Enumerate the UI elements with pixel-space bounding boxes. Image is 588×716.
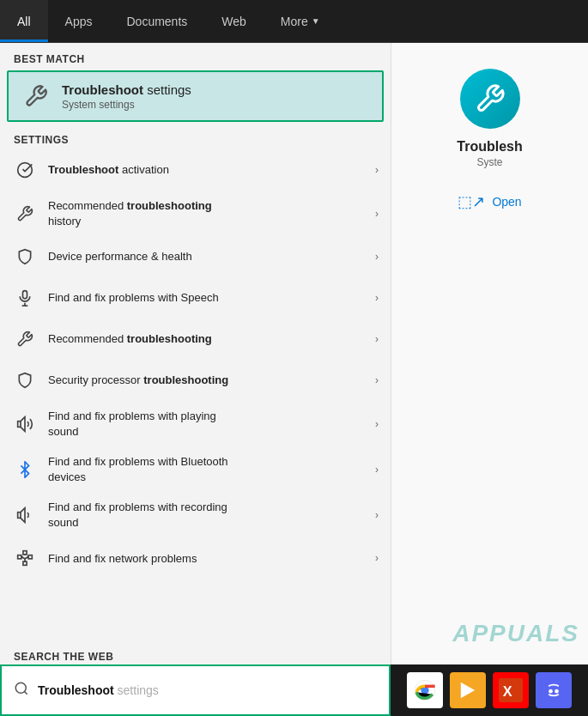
chrome-icon[interactable] (407, 672, 443, 708)
chevron-right-icon: › (375, 509, 379, 521)
list-item[interactable]: Find and fix problems with recordingsoun… (0, 492, 391, 537)
shield-icon (12, 367, 38, 393)
list-item-text: Find and fix problems with Bluetoothdevi… (48, 454, 368, 484)
list-item-text: Troubleshoot activation (48, 162, 368, 178)
list-item-bold: troubleshoot (127, 199, 195, 212)
app-icon (460, 69, 520, 129)
search-placeholder: settings (114, 683, 159, 697)
svg-line-17 (24, 691, 27, 694)
wrench-icon (12, 201, 38, 227)
right-panel-title: Troublesh (457, 139, 522, 155)
tab-all-label: All (17, 15, 31, 28)
wrench-icon (21, 81, 52, 112)
svg-text:X: X (503, 683, 512, 699)
winamp-icon[interactable] (450, 672, 486, 708)
tab-more[interactable]: More ▼ (264, 0, 337, 42)
list-item[interactable]: Find and fix problems with Speech › (0, 277, 391, 319)
list-item-text: Find and fix problems with playingsound (48, 409, 368, 439)
activation-icon (12, 157, 38, 183)
list-item[interactable]: Recommended troubleshootinghistory › (0, 191, 391, 236)
list-item-text: Find and fix problems with Speech (48, 290, 368, 306)
list-item-bold: troubleshoot (143, 373, 211, 386)
best-match-item[interactable]: Troubleshoot settings System settings (7, 70, 384, 122)
right-subtitle-text: Syste (476, 156, 502, 168)
chevron-right-icon: › (375, 464, 379, 476)
list-item-text: Find and fix problems with recordingsoun… (48, 500, 368, 530)
wrench-icon (12, 326, 38, 352)
list-item[interactable]: Device performance & health › (0, 236, 391, 277)
svg-rect-8 (23, 551, 27, 555)
best-match-text: Troubleshoot settings System settings (62, 82, 191, 111)
svg-rect-9 (23, 562, 27, 566)
svg-point-26 (555, 689, 559, 694)
list-item[interactable]: Find and fix problems with Bluetoothdevi… (0, 446, 391, 492)
best-match-title-bold: Troubleshoot (62, 82, 143, 97)
list-item-text: Recommended troubleshooting (48, 331, 368, 347)
search-bar[interactable]: Troubleshoot settings (0, 664, 391, 716)
chevron-down-icon: ▼ (312, 16, 320, 26)
list-item[interactable]: Recommended troubleshooting › (0, 319, 391, 360)
search-icon (14, 681, 29, 700)
open-button[interactable]: ⬚↗ Open (444, 185, 535, 218)
list-item-text: Recommended troubleshootinghistory (48, 198, 368, 228)
chevron-right-icon: › (375, 251, 379, 263)
svg-point-16 (15, 683, 26, 693)
list-item-bold: troubleshoot (127, 332, 195, 345)
best-match-title: Troubleshoot settings (62, 82, 191, 97)
list-item[interactable]: Security processor troubleshooting › (0, 360, 391, 401)
best-match-section-label: Best match (0, 43, 391, 70)
left-panel: Best match Troubleshoot settings System … (0, 43, 391, 716)
shield-icon (12, 244, 38, 270)
chevron-right-icon: › (375, 208, 379, 220)
svg-rect-5 (18, 512, 21, 518)
search-typed-text: Troubleshoot (38, 683, 114, 697)
chevron-right-icon: › (375, 552, 379, 564)
chevron-right-icon: › (375, 374, 379, 386)
svg-rect-7 (28, 555, 32, 559)
svg-point-0 (18, 163, 33, 178)
taskbar: X (391, 664, 588, 716)
list-item-bold: Troubleshoot (48, 163, 118, 176)
tab-apps-label: Apps (65, 15, 93, 28)
list-item-text: Find and fix network problems (48, 551, 368, 567)
list-item[interactable]: Find and fix network problems › (0, 537, 391, 579)
right-panel: Troublesh Syste ⬚↗ Open APPUALS (391, 43, 588, 716)
tab-more-label: More (281, 15, 308, 28)
list-item[interactable]: Find and fix problems with playingsound … (0, 401, 391, 446)
right-title-text: Troublesh (457, 139, 522, 154)
best-match-title-rest: settings (143, 82, 191, 97)
search-input[interactable]: Troubleshoot settings (38, 683, 377, 697)
list-item[interactable]: Troubleshoot activation › (0, 149, 391, 191)
tab-documents-label: Documents (126, 15, 187, 28)
list-item-bold2: ing (212, 373, 229, 386)
right-panel-subtitle: Syste (476, 156, 502, 168)
list-item-text: Device performance & health (48, 249, 368, 264)
svg-rect-1 (23, 291, 27, 299)
svg-rect-6 (18, 555, 21, 559)
svg-rect-24 (542, 678, 566, 702)
tab-apps[interactable]: Apps (48, 0, 110, 42)
microphone-icon (12, 285, 38, 311)
chevron-right-icon: › (375, 333, 379, 345)
tab-web[interactable]: Web (204, 0, 264, 42)
adobe-icon[interactable]: X (493, 672, 529, 708)
network-icon (12, 545, 38, 571)
recording-sound-icon (12, 502, 38, 528)
tab-web-label: Web (221, 15, 246, 28)
list-item-rest: activation (118, 163, 169, 176)
discord-icon[interactable] (536, 672, 572, 708)
chevron-right-icon: › (375, 418, 379, 430)
main-content: Best match Troubleshoot settings System … (0, 43, 588, 716)
sound-icon (12, 411, 38, 437)
list-item-text: Security processor troubleshooting (48, 373, 368, 388)
chevron-right-icon: › (375, 164, 379, 176)
tab-all[interactable]: All (0, 0, 48, 42)
open-button-label: Open (492, 195, 521, 209)
open-icon: ⬚↗ (458, 192, 485, 211)
best-match-subtitle: System settings (62, 99, 191, 111)
settings-section-label: Settings (0, 125, 391, 149)
list-item-bold2: ing (195, 199, 212, 212)
list-item-bold2: ing (195, 332, 212, 345)
tab-documents[interactable]: Documents (109, 0, 204, 42)
bluetooth-icon (12, 457, 38, 482)
